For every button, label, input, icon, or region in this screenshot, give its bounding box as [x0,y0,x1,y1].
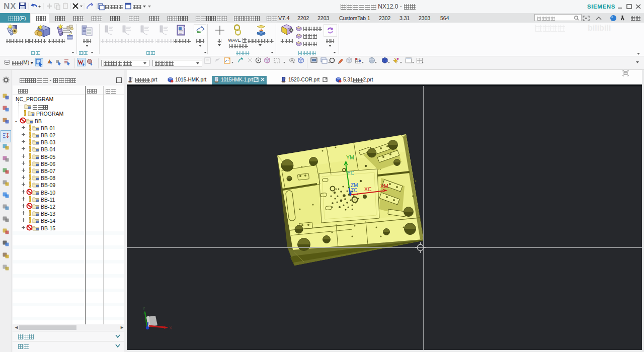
svg-text:ZC: ZC [351,188,357,193]
svg-text:YM: YM [346,154,354,160]
svg-text:X: X [169,325,172,330]
svg-text:XC: XC [364,186,372,192]
svg-text:Y: Y [142,306,145,311]
svg-text:YC: YC [347,170,354,176]
svg-text:XM: XM [380,183,388,189]
